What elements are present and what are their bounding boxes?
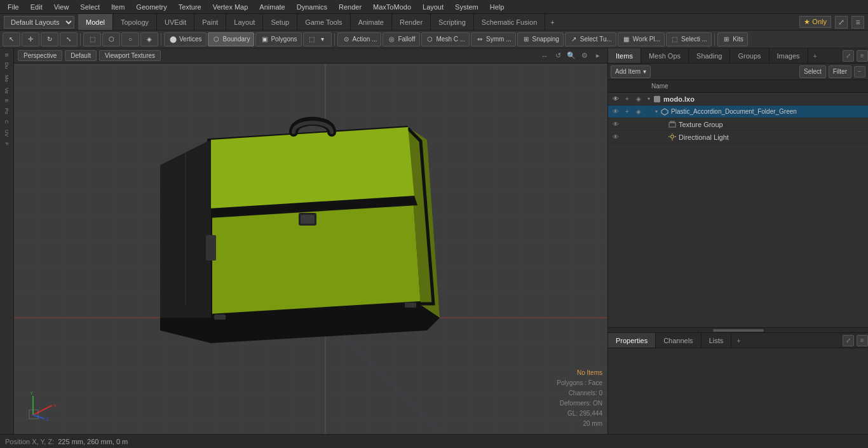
vp-expand-icon[interactable]: ▸ bbox=[592, 50, 604, 62]
menu-edit[interactable]: Edit bbox=[25, 2, 48, 12]
tab-topology[interactable]: Topology bbox=[113, 14, 157, 30]
vp-zoom-icon[interactable]: 🔍 bbox=[566, 50, 577, 62]
tree-vis-root[interactable]: ◈ bbox=[634, 94, 644, 104]
sidebar-item-edge[interactable]: Ve bbox=[3, 85, 11, 96]
menu-file[interactable]: File bbox=[3, 2, 24, 12]
symm-btn[interactable]: ⇔ Symm ... bbox=[471, 32, 515, 46]
tab-schematic-fusion[interactable]: Schematic Fusion bbox=[474, 14, 545, 30]
tree-eye-mesh[interactable]: 👁 bbox=[611, 107, 621, 117]
mesh-c-btn[interactable]: ⬡ Mesh C ... bbox=[421, 32, 470, 46]
vertices-btn[interactable]: ⬤ Vertices bbox=[164, 32, 207, 46]
tree-arrow-root[interactable]: ▾ bbox=[645, 96, 653, 102]
prop-tab-channels[interactable]: Channels bbox=[656, 333, 701, 348]
menu-view[interactable]: View bbox=[49, 2, 74, 12]
tree-eye-texture[interactable]: 👁 bbox=[611, 119, 621, 130]
tab-scripting[interactable]: Scripting bbox=[431, 14, 474, 30]
menu-vertex-map[interactable]: Vertex Map bbox=[208, 2, 254, 12]
prop-tab-properties[interactable]: Properties bbox=[608, 333, 656, 348]
vp-default-btn[interactable]: Default bbox=[65, 50, 97, 61]
vp-perspective-btn[interactable]: Perspective bbox=[18, 50, 62, 61]
panel-scrollbar[interactable] bbox=[608, 327, 868, 332]
mode-icon-btn[interactable]: ⬚ ▾ bbox=[303, 32, 332, 46]
menu-select[interactable]: Select bbox=[75, 2, 105, 12]
tab-paint[interactable]: Paint bbox=[194, 14, 226, 30]
tool-element-btn[interactable]: ◈ bbox=[140, 32, 158, 46]
tree-item-mesh[interactable]: 👁 + ◈ ▾ Plastic_Accordion_Document_Folde… bbox=[608, 105, 868, 118]
vp-settings-icon[interactable]: ⚙ bbox=[579, 50, 590, 62]
menu-texture[interactable]: Texture bbox=[173, 2, 207, 12]
tree-lock-root[interactable]: + bbox=[622, 94, 632, 104]
tree-vis-light[interactable]: ◈ bbox=[634, 132, 644, 142]
tool-circle-btn[interactable]: ○ bbox=[121, 32, 139, 46]
sidebar-item-c[interactable]: C bbox=[3, 118, 11, 126]
tree-vis-mesh[interactable]: ◈ bbox=[634, 107, 644, 117]
tree-lock-mesh[interactable]: + bbox=[622, 107, 632, 117]
panel-tab-groups[interactable]: Groups bbox=[730, 48, 769, 63]
tree-arrow-mesh[interactable]: ▾ bbox=[653, 109, 660, 114]
menu-maxtomode[interactable]: MaxToModo bbox=[368, 2, 416, 12]
tab-layout[interactable]: Layout bbox=[226, 14, 263, 30]
panel-tab-shading[interactable]: Shading bbox=[689, 48, 730, 63]
panel-tab-images[interactable]: Images bbox=[770, 48, 808, 63]
menu-animate[interactable]: Animate bbox=[254, 2, 290, 12]
sidebar-item-mesh[interactable]: Me bbox=[3, 72, 11, 85]
layout-tab-plus[interactable]: + bbox=[545, 14, 559, 30]
tool-rotate-btn[interactable]: ↻ bbox=[41, 32, 58, 46]
tool-box-btn[interactable]: ⬚ bbox=[83, 32, 101, 46]
layout-fullscreen-btn[interactable]: ⤢ bbox=[835, 16, 848, 29]
prop-tab-plus[interactable]: + bbox=[731, 337, 745, 344]
polygons-btn[interactable]: ▣ Polygons bbox=[255, 32, 301, 46]
tab-game-tools[interactable]: Game Tools bbox=[297, 14, 351, 30]
kits-btn[interactable]: ⊞ Kits bbox=[717, 32, 748, 46]
sidebar-item-extend[interactable]: E bbox=[3, 97, 11, 105]
sidebar-item-f[interactable]: F bbox=[3, 140, 11, 148]
work-pl-btn[interactable]: ▦ Work Pl... bbox=[618, 32, 665, 46]
menu-layout[interactable]: Layout bbox=[417, 2, 449, 12]
tree-eye-root[interactable]: 👁 bbox=[611, 94, 621, 104]
scene-tree[interactable]: 👁 + ◈ ▾ modo.lxo 👁 + ◈ ▾ Pla bbox=[608, 93, 868, 327]
menu-dynamics[interactable]: Dynamics bbox=[292, 2, 332, 12]
vp-rotate-icon[interactable]: ↺ bbox=[552, 50, 564, 62]
tab-animate[interactable]: Animate bbox=[351, 14, 392, 30]
panel-tab-mesh-ops[interactable]: Mesh Ops bbox=[641, 48, 689, 63]
filter-btn[interactable]: Filter bbox=[829, 65, 851, 78]
tab-model[interactable]: Model bbox=[78, 14, 113, 30]
sidebar-item-duplicate[interactable]: Du bbox=[3, 60, 11, 71]
vp-move-icon[interactable]: ↔ bbox=[539, 50, 550, 62]
tool-move-btn[interactable]: ✛ bbox=[22, 32, 39, 46]
sidebar-item-uv[interactable]: UV bbox=[3, 127, 11, 139]
tree-eye-light[interactable]: 👁 bbox=[611, 132, 621, 142]
panel-expand-icon[interactable]: ⤢ bbox=[843, 50, 854, 62]
panel-tab-plus[interactable]: + bbox=[808, 52, 822, 60]
tab-render[interactable]: Render bbox=[392, 14, 431, 30]
tool-lasso-btn[interactable]: ⬡ bbox=[102, 32, 120, 46]
panel-collapse-icon[interactable]: − bbox=[854, 66, 865, 78]
vp-textures-btn[interactable]: Viewport Textures bbox=[99, 50, 161, 61]
prop-tab-lists[interactable]: Lists bbox=[702, 333, 732, 348]
tree-item-light[interactable]: 👁 + ◈ ▸ Directional Light bbox=[608, 131, 868, 144]
boundary-btn[interactable]: ⬡ Boundary bbox=[208, 32, 255, 46]
tab-uvedit[interactable]: UVEdit bbox=[157, 14, 194, 30]
tree-vis-texture[interactable]: ◈ bbox=[634, 119, 644, 130]
prop-menu-icon[interactable]: ≡ bbox=[857, 335, 868, 346]
layout-dropdown[interactable]: Default Layouts bbox=[4, 16, 74, 29]
falloff-btn[interactable]: ◎ Falloff bbox=[383, 32, 419, 46]
menu-item[interactable]: Item bbox=[106, 2, 130, 12]
panel-tab-items[interactable]: Items bbox=[608, 48, 641, 63]
add-item-btn[interactable]: Add Item ▾ bbox=[611, 65, 651, 78]
tool-scale-btn[interactable]: ⤡ bbox=[60, 32, 78, 46]
menu-system[interactable]: System bbox=[450, 2, 484, 12]
sidebar-item-basic[interactable]: B bbox=[3, 51, 11, 59]
menu-render[interactable]: Render bbox=[334, 2, 367, 12]
select-tu-btn[interactable]: ↗ Select Tu... bbox=[565, 32, 616, 46]
sidebar-item-poly[interactable]: Po bbox=[3, 105, 11, 117]
selecti-btn[interactable]: ⬚ Selecti ... bbox=[666, 32, 712, 46]
tab-setup[interactable]: Setup bbox=[263, 14, 297, 30]
tree-item-root[interactable]: 👁 + ◈ ▾ modo.lxo bbox=[608, 93, 868, 105]
tree-lock-texture[interactable]: + bbox=[622, 119, 632, 130]
action-btn[interactable]: ⊙ Action ... bbox=[337, 32, 382, 46]
menu-geometry[interactable]: Geometry bbox=[131, 2, 172, 12]
tree-item-texture[interactable]: 👁 + ◈ ▸ Texture Group bbox=[608, 118, 868, 131]
tool-select-btn[interactable]: ↖ bbox=[3, 32, 20, 46]
snapping-btn[interactable]: ⊞ Snapping bbox=[517, 32, 564, 46]
